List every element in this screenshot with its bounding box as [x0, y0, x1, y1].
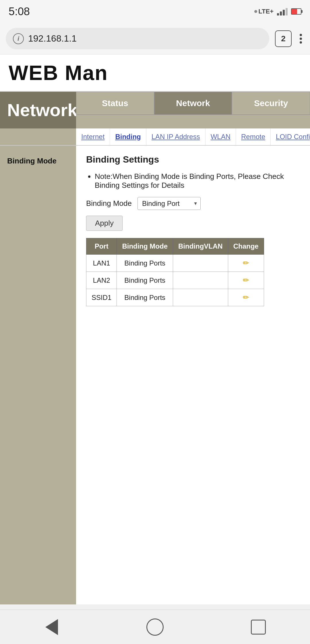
- menu-button[interactable]: [297, 32, 304, 46]
- url-text: 192.168.1.1: [28, 33, 77, 44]
- recents-button[interactable]: [247, 616, 270, 639]
- cell-ssid1-vlan: [173, 289, 228, 306]
- bottom-nav: [0, 610, 310, 644]
- sub-nav: Internet Binding LAN IP Address WLAN Rem…: [0, 128, 310, 146]
- sidebar-item-binding-mode[interactable]: Binding Mode: [0, 151, 76, 171]
- web-manager-title: WEB Man: [9, 61, 108, 85]
- signal-icon: [277, 7, 288, 15]
- cell-ssid1-change[interactable]: ✏: [228, 289, 264, 306]
- recents-icon: [251, 620, 266, 635]
- network-sidebar-header: Network: [0, 92, 76, 128]
- page-title: Binding Settings: [86, 154, 300, 165]
- col-port: Port: [86, 238, 117, 255]
- edit-icon-lan1[interactable]: ✏: [243, 259, 249, 267]
- home-button[interactable]: [144, 616, 166, 639]
- note-box: Note:When Binding Mode is Binding Ports,…: [86, 172, 300, 190]
- battery-icon: [291, 8, 301, 15]
- sub-nav-items: Internet Binding LAN IP Address WLAN Rem…: [76, 128, 310, 145]
- info-icon: i: [13, 33, 24, 44]
- main-tabs-container: Status Network Security: [76, 92, 310, 128]
- back-icon: [45, 619, 58, 635]
- edit-icon-ssid1[interactable]: ✏: [243, 293, 249, 302]
- note-text: Note:When Binding Mode is Binding Ports,…: [95, 172, 300, 190]
- cell-lan2-mode: Binding Ports: [117, 272, 173, 289]
- binding-mode-label: Binding Mode: [86, 199, 132, 208]
- lte-dot: [254, 10, 257, 13]
- tab-network[interactable]: Network: [154, 92, 232, 115]
- cell-lan1-mode: Binding Ports: [117, 255, 173, 272]
- cell-lan1-port: LAN1: [86, 255, 117, 272]
- main-tabs: Status Network Security: [76, 92, 310, 115]
- battery-fill: [292, 9, 297, 14]
- subnav-remote[interactable]: Remote: [236, 128, 271, 145]
- browser-bar: i 192.168.1.1 2: [0, 23, 310, 54]
- col-binding-mode: Binding Mode: [117, 238, 173, 255]
- binding-mode-select-wrapper[interactable]: Binding Port VLAN: [137, 197, 201, 210]
- table-row: LAN2 Binding Ports ✏: [86, 272, 264, 289]
- cell-lan1-vlan: [173, 255, 228, 272]
- table-row: SSID1 Binding Ports ✏: [86, 289, 264, 306]
- subnav-internet[interactable]: Internet: [76, 128, 110, 145]
- tab-count[interactable]: 2: [275, 30, 292, 47]
- url-bar[interactable]: i 192.168.1.1: [6, 28, 269, 49]
- sidebar: Binding Mode: [0, 146, 76, 604]
- content-wrapper: Binding Mode Binding Settings Note:When …: [0, 146, 310, 604]
- main-content: Network Status Network Security Internet: [0, 92, 310, 604]
- subnav-lan-ip[interactable]: LAN IP Address: [146, 128, 206, 145]
- network-label: Network: [7, 100, 78, 120]
- binding-mode-select[interactable]: Binding Port VLAN: [137, 197, 201, 210]
- subnav-binding[interactable]: Binding: [110, 128, 146, 145]
- col-change: Change: [228, 238, 264, 255]
- binding-table: Port Binding Mode BindingVLAN Change LAN…: [86, 238, 264, 306]
- cell-lan1-change[interactable]: ✏: [228, 255, 264, 272]
- cell-lan2-change[interactable]: ✏: [228, 272, 264, 289]
- home-icon: [146, 618, 164, 636]
- lte-indicator: LTE+: [254, 8, 274, 15]
- cell-lan2-vlan: [173, 272, 228, 289]
- table-row: LAN1 Binding Ports ✏: [86, 255, 264, 272]
- cell-lan2-port: LAN2: [86, 272, 117, 289]
- web-manager-header: WEB Man: [0, 54, 310, 92]
- apply-button[interactable]: Apply: [86, 216, 123, 231]
- status-icons: LTE+: [254, 7, 301, 15]
- back-button[interactable]: [40, 616, 63, 639]
- subnav-wlan[interactable]: WLAN: [206, 128, 236, 145]
- binding-mode-row: Binding Mode Binding Port VLAN: [86, 197, 300, 210]
- cell-ssid1-mode: Binding Ports: [117, 289, 173, 306]
- tab-status[interactable]: Status: [76, 92, 154, 115]
- cell-ssid1-port: SSID1: [86, 289, 117, 306]
- status-bar: 5:08 LTE+: [0, 0, 310, 23]
- table-header-row: Port Binding Mode BindingVLAN Change: [86, 238, 264, 255]
- sub-nav-left-spacer: [0, 128, 76, 145]
- lte-text: LTE+: [258, 8, 274, 15]
- top-nav-wrapper: Network Status Network Security: [0, 92, 310, 128]
- tab-security[interactable]: Security: [232, 92, 310, 115]
- status-time: 5:08: [9, 5, 30, 18]
- col-vlan: BindingVLAN: [173, 238, 228, 255]
- content-area: Binding Settings Note:When Binding Mode …: [76, 146, 310, 604]
- subnav-loid[interactable]: LOID Configuration: [271, 128, 310, 145]
- edit-icon-lan2[interactable]: ✏: [243, 276, 249, 284]
